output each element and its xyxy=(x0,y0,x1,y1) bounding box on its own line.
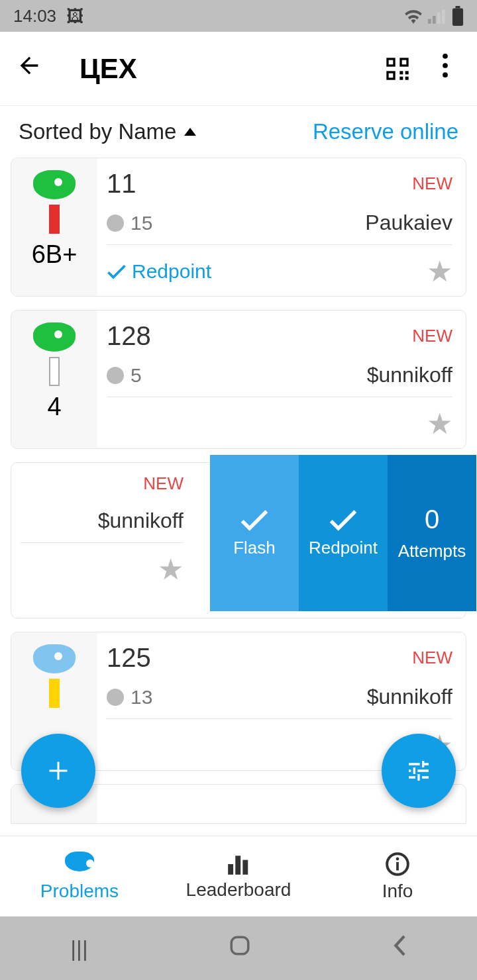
svg-rect-7 xyxy=(389,60,394,64)
status-bar: 14:03 🖼 xyxy=(0,0,477,32)
recents-button[interactable]: ||| xyxy=(70,936,88,961)
system-nav: ||| xyxy=(0,916,477,980)
bar-chart-icon xyxy=(226,853,251,875)
tune-icon xyxy=(405,758,432,784)
favorite-button[interactable]: ★ xyxy=(427,254,452,288)
plus-icon xyxy=(46,759,70,783)
svg-rect-25 xyxy=(232,937,249,954)
problem-card-swiped[interactable]: NEW $unnikoff ★ Flash Redpoint 0 Attempt… xyxy=(11,462,466,618)
problem-card[interactable]: 6B+ 11 NEW 15 Paukaiev Redpoint ★ xyxy=(11,158,466,297)
svg-rect-1 xyxy=(433,16,436,24)
qr-icon xyxy=(384,56,411,82)
svg-rect-11 xyxy=(389,73,394,77)
svg-point-18 xyxy=(443,72,448,77)
wifi-icon xyxy=(404,8,423,24)
ascents-count: 13 xyxy=(107,686,152,709)
favorite-button[interactable]: ★ xyxy=(158,552,184,586)
tape-icon xyxy=(49,679,60,708)
problem-grade: 4 xyxy=(47,393,61,421)
nav-problems[interactable]: Problems xyxy=(0,836,159,916)
home-button[interactable] xyxy=(229,934,251,962)
svg-rect-4 xyxy=(456,6,460,8)
compass-icon xyxy=(107,689,124,706)
new-badge: NEW xyxy=(143,473,184,494)
new-badge: NEW xyxy=(412,326,452,346)
status-icons xyxy=(404,6,464,26)
hold-icon xyxy=(65,852,94,871)
triangle-up-icon xyxy=(184,128,196,136)
flash-button[interactable]: Flash xyxy=(210,455,299,611)
tape-icon xyxy=(49,205,60,234)
svg-point-17 xyxy=(443,63,448,68)
check-icon xyxy=(107,264,127,279)
svg-rect-14 xyxy=(399,76,403,79)
svg-rect-20 xyxy=(235,856,240,875)
ascents-count: 5 xyxy=(107,364,142,387)
problem-name: 128 xyxy=(107,321,151,351)
setter-name: $unnikoff xyxy=(98,509,184,533)
attempts-count: 0 xyxy=(425,505,439,534)
back-button[interactable] xyxy=(392,934,407,962)
setter-name: $unnikoff xyxy=(367,685,452,709)
problem-grade-column: 4 xyxy=(11,311,97,448)
svg-rect-2 xyxy=(437,13,441,23)
new-badge: NEW xyxy=(412,173,452,194)
hold-icon xyxy=(33,644,76,673)
setter-name: $unnikoff xyxy=(367,363,452,387)
svg-rect-19 xyxy=(228,864,233,875)
attempts-button[interactable]: 0 Attempts xyxy=(388,455,476,611)
sort-row: Sorted by Name Reserve online xyxy=(0,106,477,158)
problem-grade: 6B+ xyxy=(32,240,78,269)
compass-icon xyxy=(107,215,124,232)
nav-leaderboard[interactable]: Leaderboard xyxy=(159,836,318,916)
overflow-menu-button[interactable] xyxy=(429,54,461,83)
tick-label[interactable]: Redpoint xyxy=(107,260,211,283)
tape-icon xyxy=(49,357,60,386)
svg-rect-13 xyxy=(405,71,409,74)
problem-card[interactable]: 4 128 NEW 5 $unnikoff ★ xyxy=(11,310,466,449)
svg-rect-12 xyxy=(399,71,403,74)
ascents-count: 15 xyxy=(107,212,152,234)
svg-rect-21 xyxy=(242,859,248,874)
check-icon xyxy=(240,509,269,531)
hold-icon xyxy=(33,322,76,352)
info-icon xyxy=(385,852,410,877)
dots-vertical-icon xyxy=(443,54,448,77)
check-icon xyxy=(329,509,358,531)
svg-rect-9 xyxy=(402,60,407,64)
hold-icon xyxy=(33,170,76,199)
setter-name: Paukaiev xyxy=(365,211,452,235)
filter-fab[interactable] xyxy=(382,734,456,808)
svg-rect-15 xyxy=(405,76,409,79)
problem-grade-column: 6B+ xyxy=(11,158,97,296)
problem-name: 11 xyxy=(107,169,136,199)
add-fab[interactable] xyxy=(21,734,95,808)
redpoint-button[interactable]: Redpoint xyxy=(299,455,388,611)
reserve-link[interactable]: Reserve online xyxy=(313,119,458,144)
app-bar: ЦЕХ xyxy=(0,32,477,106)
sort-button[interactable]: Sorted by Name xyxy=(19,119,196,144)
qr-button[interactable] xyxy=(382,53,413,85)
favorite-button[interactable]: ★ xyxy=(427,407,452,440)
svg-rect-3 xyxy=(442,10,445,24)
back-button[interactable] xyxy=(16,52,48,85)
swipe-actions: Flash Redpoint 0 Attempts xyxy=(210,455,476,611)
svg-rect-24 xyxy=(396,861,399,870)
svg-rect-0 xyxy=(428,19,431,24)
new-badge: NEW xyxy=(412,648,452,668)
svg-point-23 xyxy=(396,857,399,860)
svg-point-16 xyxy=(443,54,448,59)
problem-name: 125 xyxy=(107,643,151,673)
bottom-nav: Problems Leaderboard Info xyxy=(0,836,477,916)
signal-icon xyxy=(428,8,447,24)
svg-rect-5 xyxy=(452,8,463,26)
nav-info[interactable]: Info xyxy=(318,836,477,916)
battery-icon xyxy=(452,6,464,26)
status-time: 14:03 🖼 xyxy=(13,6,83,26)
page-title: ЦЕХ xyxy=(80,53,382,85)
compass-icon xyxy=(107,367,124,384)
